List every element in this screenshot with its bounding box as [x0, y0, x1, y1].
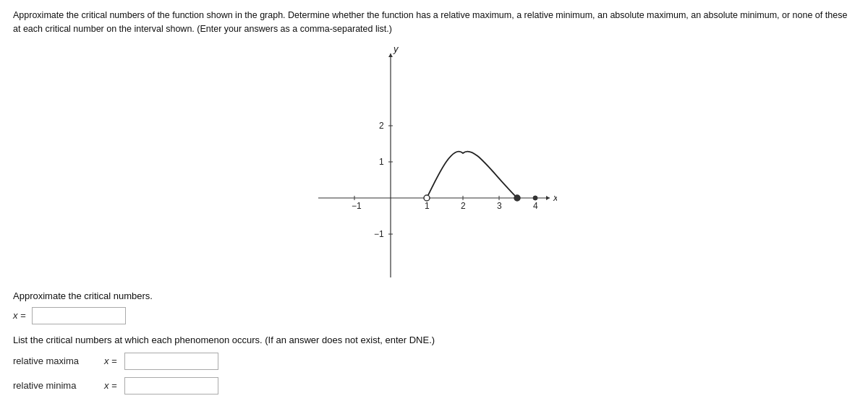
x-axis-label: x — [553, 192, 557, 203]
phenomenon-input-relative-minima[interactable] — [124, 377, 218, 394]
function-graph: x y −1 1 2 3 4 1 2 −1 — [311, 46, 557, 277]
svg-text:−1: −1 — [352, 201, 362, 211]
phenomena-rows: relative maximax =relative minimax =abso… — [13, 353, 855, 402]
svg-marker-3 — [546, 196, 550, 200]
svg-text:1: 1 — [379, 157, 384, 167]
x-equals-label: x = — [13, 310, 26, 321]
svg-marker-4 — [388, 53, 393, 57]
svg-text:3: 3 — [497, 201, 502, 211]
dot-x4 — [533, 196, 537, 200]
svg-text:2: 2 — [379, 121, 384, 131]
phenomena-section: List the critical numbers at which each … — [13, 335, 855, 402]
phenomenon-label-relative-maxima: relative maxima — [13, 355, 100, 366]
critical-numbers-input[interactable] — [32, 307, 126, 324]
list-phenomena-label: List the critical numbers at which each … — [13, 335, 855, 345]
svg-text:1: 1 — [425, 201, 430, 211]
phenomenon-row-relative-minima: relative minimax = — [13, 377, 855, 394]
svg-rect-0 — [326, 61, 542, 263]
y-axis-label: y — [393, 46, 399, 54]
graph-container: x y −1 1 2 3 4 1 2 −1 — [13, 46, 855, 277]
phenomenon-input-relative-maxima[interactable] — [124, 353, 218, 370]
phenomenon-label-relative-minima: relative minima — [13, 380, 100, 391]
svg-text:2: 2 — [461, 201, 466, 211]
filled-dot-x35 — [514, 195, 520, 201]
phenomenon-x-label-relative-maxima: x = — [104, 355, 117, 366]
critical-numbers-section: Approximate the critical numbers. x = — [13, 290, 855, 324]
svg-text:4: 4 — [533, 201, 538, 211]
instructions-text: Approximate the critical numbers of the … — [13, 9, 855, 36]
critical-numbers-input-row: x = — [13, 307, 855, 324]
open-circle-x1 — [424, 195, 430, 201]
svg-text:−1: −1 — [374, 229, 384, 239]
phenomenon-x-label-relative-minima: x = — [104, 380, 117, 391]
phenomenon-row-relative-maxima: relative maximax = — [13, 353, 855, 370]
critical-numbers-label: Approximate the critical numbers. — [13, 290, 855, 301]
